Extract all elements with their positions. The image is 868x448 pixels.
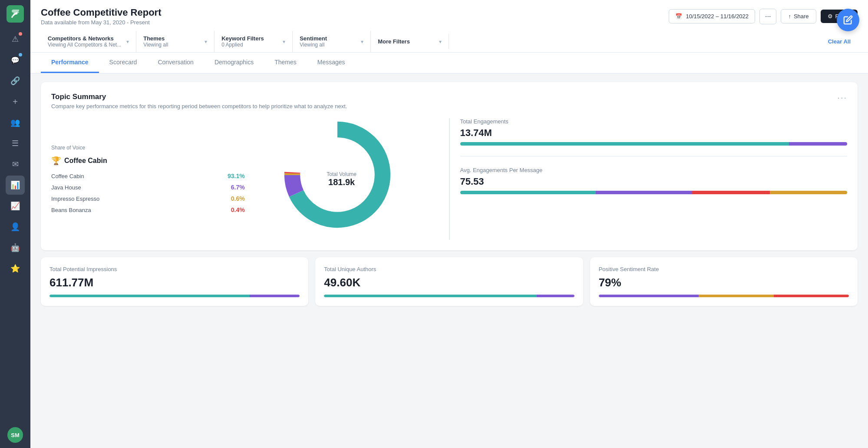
- bar-segment: [692, 191, 769, 194]
- list-icon[interactable]: ☰: [6, 134, 25, 153]
- total-impressions-bar: [50, 295, 300, 297]
- donut-center-label: Total Volume 181.9k: [327, 171, 356, 187]
- avg-engagements-metric: Avg. Engagements Per Message 75.53: [460, 167, 848, 194]
- divider: [460, 156, 848, 156]
- tab-demographics[interactable]: Demographics: [204, 53, 264, 73]
- bar-chart-icon[interactable]: 📈: [6, 196, 25, 216]
- total-engagements-label: Total Engagements: [460, 118, 848, 125]
- plus-icon[interactable]: +: [6, 92, 25, 111]
- share-icon: ↑: [788, 13, 791, 20]
- unique-authors-card: Total Unique Authors 49.60K: [315, 257, 583, 306]
- topic-legend: Share of Voice 🏆 Coffee Cabin Coffee Cab…: [51, 145, 245, 213]
- tab-performance[interactable]: Performance: [41, 53, 99, 73]
- bar-segment: [50, 295, 250, 297]
- list-item: Coffee Cabin 93.1%: [51, 173, 245, 179]
- bar-segment: [537, 295, 574, 297]
- chevron-down-icon: ▾: [126, 39, 129, 45]
- robot-icon[interactable]: 🤖: [6, 238, 25, 257]
- total-engagements-value: 13.74M: [460, 127, 848, 139]
- sidebar: ⚠ 💬 🔗 + 👥 ☰ ✉ 📊 📈 👤 🤖 ⭐ SM: [0, 0, 30, 448]
- unique-authors-label: Total Unique Authors: [324, 266, 574, 272]
- bar-segment: [599, 295, 699, 297]
- date-range-button[interactable]: 📅 10/15/2022 – 11/16/2022: [669, 9, 755, 23]
- bar-segment: [699, 295, 774, 297]
- header-actions: 📅 10/15/2022 – 11/16/2022 ··· ↑ Share ⚙ …: [669, 9, 858, 24]
- clear-all-button[interactable]: Clear All: [821, 34, 858, 49]
- star-icon[interactable]: ⭐: [6, 259, 25, 278]
- bar-segment: [460, 142, 789, 146]
- themes-filter-label: Themes: [143, 35, 168, 42]
- users-icon[interactable]: 👥: [6, 113, 25, 132]
- more-filters-label: More Filters: [378, 38, 410, 45]
- tab-scorecard[interactable]: Scorecard: [99, 53, 148, 73]
- share-label: Share: [794, 13, 809, 20]
- sentiment-filter-value: Viewing all: [300, 42, 327, 48]
- donut-chart: Total Volume 181.9k: [245, 118, 439, 240]
- page-title: Coffee Competitive Report: [41, 7, 161, 18]
- keyword-filter-label: Keyword Filters: [221, 35, 264, 42]
- title-area: Coffee Competitive Report Data available…: [41, 7, 161, 26]
- unique-authors-bar: [324, 295, 574, 297]
- bar-segment: [774, 295, 849, 297]
- filter-bar: Competitors & Networks Viewing All Compe…: [41, 31, 858, 52]
- positive-sentiment-label: Positive Sentiment Rate: [599, 266, 849, 272]
- link-icon[interactable]: 🔗: [6, 71, 25, 90]
- chat-icon[interactable]: 💬: [6, 50, 25, 70]
- list-item: Impresso Espresso 0.6%: [51, 195, 245, 202]
- competitors-filter-value: Viewing All Competitors & Net...: [48, 42, 121, 48]
- sidebar-nav: ⚠ 💬 🔗 + 👥 ☰ ✉ 📊 📈 👤 🤖 ⭐: [6, 30, 25, 424]
- avg-engagements-label: Avg. Engagements Per Message: [460, 167, 848, 173]
- people-icon[interactable]: 👤: [6, 217, 25, 236]
- competitors-filter-label: Competitors & Networks: [48, 35, 121, 42]
- total-impressions-value: 611.77M: [50, 276, 300, 289]
- total-impressions-card: Total Potential Impressions 611.77M: [41, 257, 308, 306]
- share-of-voice-label: Share of Voice: [51, 145, 245, 151]
- total-engagements-bar: [460, 142, 848, 146]
- chevron-down-icon: ▾: [283, 39, 285, 45]
- fab-edit-button[interactable]: [837, 9, 859, 31]
- header-top: Coffee Competitive Report Data available…: [41, 7, 858, 26]
- keyword-filter[interactable]: Keyword Filters 0 Applied ▾: [215, 31, 293, 52]
- positive-sentiment-card: Positive Sentiment Rate 79%: [590, 257, 858, 306]
- sentiment-filter[interactable]: Sentiment Viewing all ▾: [293, 31, 371, 52]
- alert-icon[interactable]: ⚠: [6, 30, 25, 49]
- bar-segment: [250, 295, 300, 297]
- chevron-down-icon: ▾: [205, 39, 207, 45]
- calendar-icon: 📅: [675, 13, 682, 20]
- tab-messages[interactable]: Messages: [307, 53, 356, 73]
- bar-segment: [460, 191, 596, 194]
- content-area: Topic Summary Compare key performance me…: [30, 73, 868, 448]
- main-content: Coffee Competitive Report Data available…: [30, 0, 868, 448]
- topic-summary-card: Topic Summary Compare key performance me…: [41, 82, 858, 250]
- positive-sentiment-value: 79%: [599, 276, 849, 289]
- legend-items: Coffee Cabin 93.1% Java House 6.7% Impre…: [51, 173, 245, 213]
- list-item: Java House 6.7%: [51, 184, 245, 191]
- bar-segment: [596, 191, 693, 194]
- chevron-down-icon: ▾: [361, 39, 363, 45]
- bar-segment: [324, 295, 537, 297]
- tab-conversation[interactable]: Conversation: [147, 53, 204, 73]
- avg-engagements-value: 75.53: [460, 176, 848, 187]
- winner-badge: 🏆 Coffee Cabin: [51, 156, 245, 166]
- card-menu-button[interactable]: ···: [837, 93, 847, 103]
- share-button[interactable]: ↑ Share: [781, 9, 816, 23]
- competitors-filter[interactable]: Competitors & Networks Viewing All Compe…: [41, 31, 136, 52]
- filter-icon: ⚙: [828, 13, 833, 20]
- bar-segment: [770, 191, 847, 194]
- more-options-button[interactable]: ···: [759, 9, 776, 24]
- more-filters[interactable]: More Filters ▾: [371, 34, 449, 49]
- app-logo[interactable]: [7, 5, 24, 23]
- user-avatar[interactable]: SM: [7, 427, 23, 443]
- themes-filter[interactable]: Themes Viewing all ▾: [136, 31, 215, 52]
- card-description: Compare key performance metrics for this…: [51, 103, 347, 110]
- bottom-metrics-grid: Total Potential Impressions 611.77M Tota…: [41, 257, 858, 306]
- analytics-icon[interactable]: 📊: [6, 176, 25, 195]
- tab-themes[interactable]: Themes: [264, 53, 307, 73]
- bar-segment: [789, 142, 847, 146]
- send-icon[interactable]: ✉: [6, 155, 25, 174]
- winner-name: Coffee Cabin: [64, 157, 107, 165]
- card-title: Topic Summary: [51, 93, 347, 101]
- keyword-filter-value: 0 Applied: [221, 42, 264, 48]
- trophy-icon: 🏆: [51, 156, 61, 166]
- sentiment-filter-label: Sentiment: [300, 35, 327, 42]
